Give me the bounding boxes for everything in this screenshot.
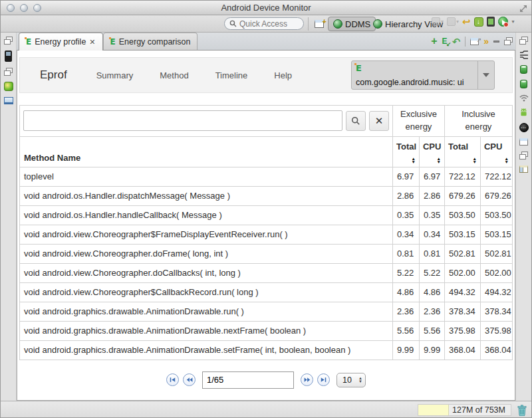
quick-access-input[interactable]	[239, 19, 297, 29]
run-garbage-collector-icon[interactable]	[517, 405, 527, 416]
device-phone-icon[interactable]	[5, 51, 12, 62]
column-inclusive-cpu[interactable]: CPU▲▼	[480, 136, 512, 167]
threads-icon[interactable]	[519, 51, 529, 59]
maximize-view-icon[interactable]	[504, 37, 513, 45]
chevron-down-icon	[483, 73, 489, 77]
menu-help[interactable]: Help	[274, 70, 292, 80]
inclusive-total-cell: 368.04	[444, 340, 480, 360]
eprof-menu: Summary Method Timeline Help	[96, 70, 292, 80]
heap-dump-icon[interactable]	[520, 80, 527, 88]
view-menu-icon[interactable]: »	[483, 37, 489, 46]
toolbar-separator	[465, 37, 466, 47]
table-row[interactable]: void android.graphics.drawable.Animation…	[20, 302, 513, 321]
inclusive-cpu-cell: 368.04	[480, 340, 512, 360]
close-tab-icon[interactable]: ✕	[89, 38, 95, 47]
app-selector-dropdown[interactable]: E com.google.android.music: ui	[351, 60, 495, 90]
inclusive-total-cell: 722.12	[444, 167, 480, 186]
table-row[interactable]: void android.graphics.drawable.Animation…	[20, 340, 513, 360]
clear-search-button[interactable]: ✕	[369, 111, 389, 131]
first-page-icon	[170, 377, 176, 383]
minimize-view-icon[interactable]	[493, 41, 499, 43]
open-perspective-button[interactable]: +	[312, 17, 327, 31]
column-exclusive-total[interactable]: Total▲▼	[392, 136, 419, 167]
sort-icon[interactable]: ▲▼	[505, 157, 509, 163]
menu-timeline[interactable]: Timeline	[215, 70, 248, 80]
chevron-down-icon[interactable]: ▾	[512, 19, 515, 25]
exclusive-cpu-cell: 9.99	[419, 340, 444, 360]
inclusive-total-cell: 375.98	[444, 321, 480, 340]
add-icon[interactable]: +	[431, 36, 437, 47]
exclusive-total-cell: 2.36	[392, 302, 419, 321]
sort-icon[interactable]: ▲▼	[473, 157, 477, 163]
heap-icon[interactable]	[520, 65, 527, 74]
table-row[interactable]: void android.view.Choreographer.doFrame(…	[20, 244, 513, 263]
window-icon[interactable]	[519, 138, 528, 146]
method-name-cell: void android.view.Choreographer$Callback…	[20, 282, 393, 302]
tab-energy-profile-label: Energy profile	[35, 37, 86, 47]
restore-pane-icon[interactable]	[519, 37, 528, 45]
emulator-console-icon[interactable]: •••	[519, 123, 529, 132]
fullscreen-icon[interactable]	[519, 3, 527, 15]
run-monitor-icon[interactable]	[498, 17, 508, 27]
avd-manager-icon[interactable]	[487, 17, 495, 27]
sdk-manager-icon[interactable]: ↓	[474, 17, 483, 27]
column-inclusive-total[interactable]: Total▲▼	[444, 136, 480, 167]
page-size-select[interactable]: 10 ▲▼	[336, 373, 366, 387]
exclusive-cpu-cell: 6.97	[419, 167, 444, 186]
previous-page-button[interactable]	[183, 373, 196, 386]
inclusive-cpu-cell: 503.50	[480, 205, 512, 225]
pagination: 10 ▲▼	[19, 371, 513, 389]
table-row[interactable]: void android.view.Choreographer.doCallba…	[20, 263, 513, 282]
tab-energy-comparison[interactable]: E Energy comparison	[103, 33, 198, 50]
back-arrow-icon[interactable]: ↩	[462, 17, 471, 27]
tab-energy-profile[interactable]: E Energy profile ✕	[19, 33, 103, 51]
table-row[interactable]: void android.graphics.drawable.Animation…	[20, 321, 513, 340]
page-number-input[interactable]	[202, 371, 294, 389]
search-button[interactable]	[346, 111, 366, 131]
toolbar-right-icons: ▾ ▾ ↩ ↓ ▾	[432, 17, 515, 27]
method-filter-input[interactable]	[23, 110, 342, 131]
column-method-name[interactable]: Method Name	[20, 136, 393, 167]
last-page-button[interactable]	[317, 373, 330, 386]
emulator-control-icon[interactable]	[4, 82, 13, 91]
split-window-icon[interactable]	[519, 165, 528, 173]
next-page-icon	[304, 377, 311, 383]
menu-method[interactable]: Method	[160, 70, 188, 80]
undo-icon[interactable]: ↶	[452, 37, 461, 47]
sort-icon[interactable]: ▲▼	[412, 157, 416, 163]
method-name-cell: toplevel	[20, 167, 393, 186]
table-row[interactable]: void android.view.Choreographer$FrameDis…	[20, 225, 513, 244]
first-page-button[interactable]	[166, 373, 179, 386]
next-page-button[interactable]	[301, 373, 313, 386]
inclusive-cpu-cell: 494.32	[480, 282, 512, 302]
inclusive-total-cell: 503.15	[444, 225, 480, 244]
exclusive-cpu-cell: 4.86	[419, 282, 444, 302]
table-row[interactable]: void android.view.Choreographer$Callback…	[20, 282, 513, 302]
hierarchy-view-icon	[373, 19, 382, 29]
restore-pane-icon[interactable]	[4, 37, 13, 45]
detach-view-icon[interactable]: ↗	[470, 38, 479, 45]
restore-pane-icon[interactable]	[4, 68, 13, 76]
quick-access-box[interactable]	[224, 17, 304, 30]
perspective-ddms-button[interactable]: DDMS	[328, 17, 376, 31]
table-row[interactable]: void android.os.Handler.dispatchMessage(…	[20, 186, 513, 205]
eprof-icon: E	[356, 64, 473, 72]
table-body: toplevel 6.97 6.97 722.12 722.12 void an…	[20, 167, 513, 360]
exclusive-total-cell: 0.35	[392, 205, 419, 225]
table-row[interactable]: toplevel 6.97 6.97 722.12 722.12	[20, 167, 513, 186]
column-exclusive-cpu[interactable]: CPU▲▼	[419, 136, 444, 167]
exclusive-total-cell: 4.86	[392, 282, 419, 302]
method-name-cell: void android.view.Choreographer.doCallba…	[20, 263, 393, 282]
table-row[interactable]: void android.os.Handler.handleCallback( …	[20, 205, 513, 225]
android-robot-icon[interactable]	[519, 108, 529, 117]
screen-capture-icon[interactable]	[4, 97, 13, 104]
right-icon-rail: •••	[515, 33, 531, 401]
sort-icon[interactable]: ▲▼	[437, 157, 441, 163]
menu-summary[interactable]: Summary	[96, 70, 134, 80]
capture-energy-icon[interactable]: E↙	[442, 37, 448, 46]
dropdown-arrow[interactable]	[477, 61, 494, 89]
eprof-icon: E	[110, 38, 116, 46]
method-name-cell: void android.os.Handler.handleCallback( …	[20, 205, 393, 225]
restore-pane-icon[interactable]	[519, 152, 528, 159]
wifi-icon[interactable]	[519, 94, 529, 102]
